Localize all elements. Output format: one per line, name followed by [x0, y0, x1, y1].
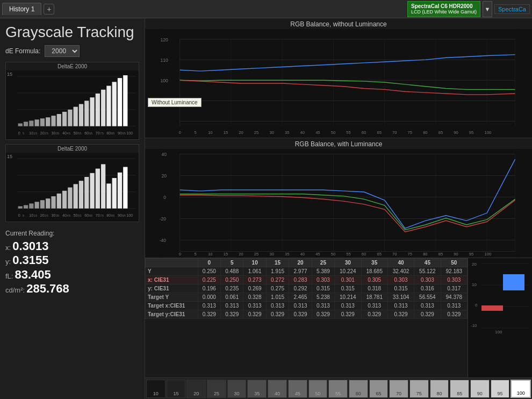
svg-rect-66: [112, 178, 117, 209]
device-selector[interactable]: SpectraCal C6 HDR2000 LCD (LED White Wid…: [407, 1, 480, 17]
history-tab[interactable]: History 1: [2, 3, 41, 15]
svg-text:75: 75: [100, 131, 104, 135]
svg-text:90: 90: [161, 98, 166, 104]
swatch-item[interactable]: 55: [328, 380, 348, 398]
svg-text:50: 50: [331, 252, 335, 256]
swatch-item[interactable]: 95: [491, 380, 510, 398]
svg-text:-20: -20: [160, 216, 167, 222]
th-45: 45: [414, 259, 441, 267]
svg-text:35: 35: [285, 130, 289, 135]
svg-rect-180: [481, 305, 503, 311]
svg-text:60: 60: [362, 252, 366, 256]
svg-text:-10: -10: [471, 323, 477, 328]
svg-rect-5: [24, 122, 28, 126]
svg-text:55: 55: [346, 252, 350, 256]
table-cell: 0.328: [243, 293, 266, 302]
svg-text:80: 80: [106, 131, 111, 136]
svg-text:100: 100: [484, 130, 491, 135]
svg-text:55: 55: [78, 213, 82, 217]
svg-text:15: 15: [224, 130, 228, 135]
table-cell: 0.292: [289, 284, 312, 293]
table-cell: 0.317: [441, 284, 467, 293]
swatch-item[interactable]: 90: [470, 380, 490, 398]
swatch-item[interactable]: 10: [146, 380, 166, 398]
de-formula-select[interactable]: 2000 76 94: [45, 45, 80, 57]
table-cell: 0.272: [266, 276, 289, 284]
swatch-item[interactable]: 25: [207, 380, 226, 398]
svg-text:25: 25: [45, 131, 48, 135]
svg-text:90: 90: [454, 130, 458, 135]
svg-rect-7: [35, 119, 39, 126]
rgb-chart-1-area: 120 110 100 90: [145, 29, 532, 137]
swatch-item[interactable]: 45: [288, 380, 307, 398]
swatch-item[interactable]: 30: [227, 380, 247, 398]
svg-text:40: 40: [62, 213, 67, 218]
small-chart-2-title: DeltaE 2000: [6, 145, 139, 153]
svg-text:65: 65: [89, 131, 92, 135]
table-cell: 0.269: [243, 284, 266, 293]
svg-rect-53: [40, 200, 45, 208]
table-cell: 0.303: [441, 276, 467, 284]
table-cell: 0.196: [198, 284, 220, 293]
swatch-item[interactable]: 40: [268, 380, 287, 398]
svg-text:100: 100: [126, 131, 133, 136]
table-cell: 0.303: [312, 276, 334, 284]
table-cell: 1.061: [243, 267, 266, 276]
table-cell: 0.329: [198, 310, 220, 319]
svg-text:10: 10: [29, 131, 33, 136]
svg-text:100: 100: [126, 213, 133, 218]
svg-text:70: 70: [96, 131, 100, 136]
table-row-label: y: CIE31: [146, 284, 198, 293]
swatch-item[interactable]: 35: [247, 380, 267, 398]
table-row: x: CIE310.2250.2500.2730.2720.2830.3030.…: [146, 276, 468, 284]
table-cell: 0.316: [414, 284, 441, 293]
swatch-item[interactable]: 85: [450, 380, 469, 398]
device-dropdown-arrow[interactable]: ▼: [483, 1, 492, 17]
th-25: 25: [312, 259, 334, 267]
svg-rect-22: [118, 78, 122, 126]
table-cell: 0.488: [221, 267, 243, 276]
swatch-item[interactable]: 50: [308, 380, 328, 398]
svg-rect-55: [51, 196, 55, 209]
svg-rect-8: [40, 118, 45, 126]
mini-chart-svg: 20 10 0 -10 100: [471, 258, 530, 333]
svg-rect-63: [96, 169, 100, 209]
rgb-chart-2-svg: 40 20 0 -20 -40: [145, 149, 532, 256]
svg-text:50: 50: [74, 213, 78, 218]
svg-text:10: 10: [29, 213, 33, 218]
svg-rect-64: [101, 164, 105, 208]
svg-text:55: 55: [78, 131, 82, 135]
svg-rect-18: [96, 94, 100, 126]
svg-text:65: 65: [377, 130, 381, 135]
measurement-table: 0 5 10 15 20 25 30 35 40 45 50: [145, 258, 468, 319]
swatch-item[interactable]: 60: [349, 380, 368, 398]
table-cell: 0.313: [387, 302, 414, 310]
svg-rect-58: [68, 188, 72, 209]
swatch-item[interactable]: 100: [511, 380, 531, 398]
table-row: Y0.2500.4881.0611.9152.9775.38910.22418.…: [146, 267, 468, 276]
svg-text:50: 50: [74, 131, 78, 136]
svg-rect-67: [118, 173, 122, 209]
svg-rect-13: [68, 110, 72, 126]
swatch-item[interactable]: 15: [167, 380, 186, 398]
swatch-item[interactable]: 75: [409, 380, 429, 398]
svg-text:-40: -40: [160, 238, 167, 243]
main-area: Grayscale Tracking dE Formula: 2000 76 9…: [0, 18, 532, 399]
swatch-item[interactable]: 70: [389, 380, 408, 398]
svg-text:35: 35: [285, 252, 289, 256]
swatch-item[interactable]: 80: [430, 380, 449, 398]
swatch-item[interactable]: 20: [186, 380, 206, 398]
svg-text:15: 15: [33, 131, 37, 135]
rgb-chart-2-area: 40 20 0 -20 -40: [145, 149, 532, 256]
svg-text:90: 90: [454, 252, 458, 256]
svg-text:90: 90: [118, 213, 122, 218]
table-cell: 1.915: [266, 267, 289, 276]
table-cell: 10.214: [335, 293, 361, 302]
svg-text:85: 85: [438, 130, 443, 135]
svg-text:40: 40: [62, 131, 67, 136]
table-cell: 0.273: [243, 276, 266, 284]
data-table: 0 5 10 15 20 25 30 35 40 45 50: [145, 258, 468, 377]
swatch-item[interactable]: 65: [369, 380, 389, 398]
svg-text:0: 0: [179, 130, 181, 135]
add-tab-button[interactable]: +: [44, 4, 54, 15]
